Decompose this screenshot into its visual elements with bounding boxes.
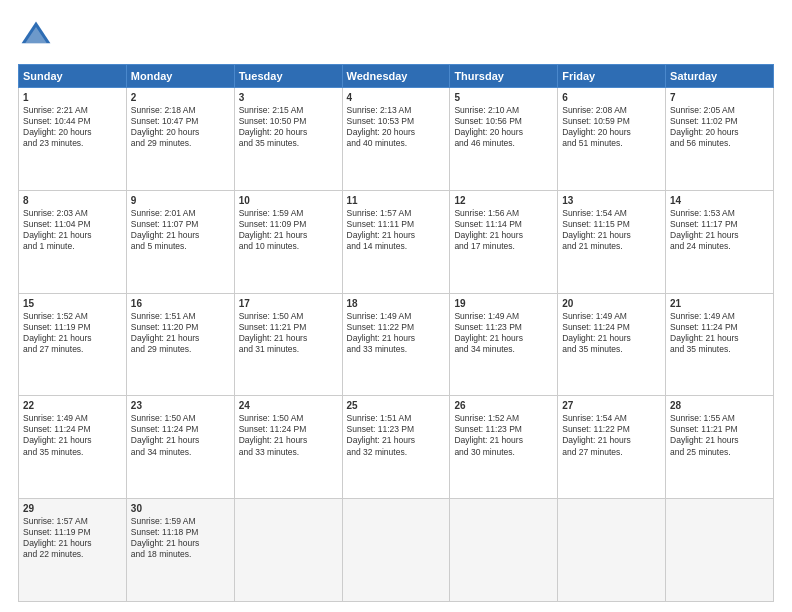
day-info: Sunrise: 1:49 AM [454, 311, 553, 322]
day-info: and 29 minutes. [131, 344, 230, 355]
calendar-cell: 25Sunrise: 1:51 AMSunset: 11:23 PMDaylig… [342, 396, 450, 499]
day-info: Sunrise: 1:50 AM [131, 413, 230, 424]
day-info: Daylight: 21 hours [131, 435, 230, 446]
calendar-cell: 24Sunrise: 1:50 AMSunset: 11:24 PMDaylig… [234, 396, 342, 499]
day-info: Sunrise: 1:59 AM [239, 208, 338, 219]
day-info: Daylight: 21 hours [23, 230, 122, 241]
calendar-cell: 15Sunrise: 1:52 AMSunset: 11:19 PMDaylig… [19, 293, 127, 396]
calendar-cell [342, 499, 450, 602]
calendar-cell: 19Sunrise: 1:49 AMSunset: 11:23 PMDaylig… [450, 293, 558, 396]
calendar-cell: 1Sunrise: 2:21 AMSunset: 10:44 PMDayligh… [19, 88, 127, 191]
day-info: Daylight: 21 hours [239, 230, 338, 241]
day-info: and 1 minute. [23, 241, 122, 252]
day-info: Daylight: 20 hours [239, 127, 338, 138]
day-info: Sunset: 10:44 PM [23, 116, 122, 127]
calendar-cell: 8Sunrise: 2:03 AMSunset: 11:04 PMDayligh… [19, 190, 127, 293]
day-info: Sunset: 11:18 PM [131, 527, 230, 538]
logo [18, 18, 58, 54]
day-info: and 27 minutes. [562, 447, 661, 458]
day-info: Daylight: 21 hours [23, 538, 122, 549]
day-info: Daylight: 21 hours [23, 333, 122, 344]
week-row: 29Sunrise: 1:57 AMSunset: 11:19 PMDaylig… [19, 499, 774, 602]
calendar-cell [558, 499, 666, 602]
day-info: Sunrise: 2:05 AM [670, 105, 769, 116]
day-info: and 25 minutes. [670, 447, 769, 458]
day-info: and 27 minutes. [23, 344, 122, 355]
day-info: and 10 minutes. [239, 241, 338, 252]
day-info: Daylight: 20 hours [454, 127, 553, 138]
day-info: and 21 minutes. [562, 241, 661, 252]
calendar-cell: 20Sunrise: 1:49 AMSunset: 11:24 PMDaylig… [558, 293, 666, 396]
day-info: Daylight: 21 hours [239, 333, 338, 344]
day-info: Daylight: 21 hours [347, 333, 446, 344]
calendar-cell: 29Sunrise: 1:57 AMSunset: 11:19 PMDaylig… [19, 499, 127, 602]
calendar-cell: 10Sunrise: 1:59 AMSunset: 11:09 PMDaylig… [234, 190, 342, 293]
day-number: 25 [347, 399, 446, 412]
day-info: Sunrise: 2:21 AM [23, 105, 122, 116]
day-number: 18 [347, 297, 446, 310]
day-number: 14 [670, 194, 769, 207]
header-day: Sunday [19, 65, 127, 88]
day-info: Sunset: 11:23 PM [454, 322, 553, 333]
day-info: and 14 minutes. [347, 241, 446, 252]
day-info: Sunrise: 1:56 AM [454, 208, 553, 219]
day-info: and 56 minutes. [670, 138, 769, 149]
day-info: Sunset: 10:53 PM [347, 116, 446, 127]
day-info: Sunset: 11:15 PM [562, 219, 661, 230]
logo-icon [18, 18, 54, 54]
day-info: and 35 minutes. [670, 344, 769, 355]
week-row: 22Sunrise: 1:49 AMSunset: 11:24 PMDaylig… [19, 396, 774, 499]
day-info: Sunset: 11:17 PM [670, 219, 769, 230]
calendar-cell: 27Sunrise: 1:54 AMSunset: 11:22 PMDaylig… [558, 396, 666, 499]
day-info: and 23 minutes. [23, 138, 122, 149]
day-info: Daylight: 21 hours [454, 230, 553, 241]
day-number: 22 [23, 399, 122, 412]
day-number: 8 [23, 194, 122, 207]
week-row: 1Sunrise: 2:21 AMSunset: 10:44 PMDayligh… [19, 88, 774, 191]
day-info: Sunset: 11:19 PM [23, 322, 122, 333]
day-number: 26 [454, 399, 553, 412]
day-info: Daylight: 21 hours [454, 333, 553, 344]
day-info: Sunset: 11:19 PM [23, 527, 122, 538]
calendar-table: SundayMondayTuesdayWednesdayThursdayFrid… [18, 64, 774, 602]
day-info: and 17 minutes. [454, 241, 553, 252]
day-number: 11 [347, 194, 446, 207]
day-info: Daylight: 21 hours [347, 230, 446, 241]
day-info: Daylight: 20 hours [347, 127, 446, 138]
day-number: 20 [562, 297, 661, 310]
day-info: Sunrise: 2:01 AM [131, 208, 230, 219]
day-info: Sunrise: 1:50 AM [239, 311, 338, 322]
calendar-cell: 3Sunrise: 2:15 AMSunset: 10:50 PMDayligh… [234, 88, 342, 191]
day-info: and 5 minutes. [131, 241, 230, 252]
day-info: Daylight: 21 hours [131, 333, 230, 344]
day-number: 3 [239, 91, 338, 104]
calendar-cell: 9Sunrise: 2:01 AMSunset: 11:07 PMDayligh… [126, 190, 234, 293]
day-info: Sunset: 11:24 PM [131, 424, 230, 435]
day-info: Sunset: 11:20 PM [131, 322, 230, 333]
day-info: and 22 minutes. [23, 549, 122, 560]
day-info: Sunset: 10:59 PM [562, 116, 661, 127]
calendar-cell: 21Sunrise: 1:49 AMSunset: 11:24 PMDaylig… [666, 293, 774, 396]
day-info: Sunrise: 1:51 AM [131, 311, 230, 322]
day-info: Daylight: 21 hours [131, 538, 230, 549]
week-row: 8Sunrise: 2:03 AMSunset: 11:04 PMDayligh… [19, 190, 774, 293]
day-info: Sunrise: 2:18 AM [131, 105, 230, 116]
day-info: Sunset: 11:11 PM [347, 219, 446, 230]
day-number: 12 [454, 194, 553, 207]
day-info: Sunset: 11:14 PM [454, 219, 553, 230]
day-info: and 30 minutes. [454, 447, 553, 458]
day-info: Daylight: 21 hours [562, 435, 661, 446]
day-info: Sunset: 11:24 PM [670, 322, 769, 333]
day-number: 4 [347, 91, 446, 104]
day-info: Sunrise: 2:10 AM [454, 105, 553, 116]
day-info: Sunset: 11:24 PM [23, 424, 122, 435]
day-number: 16 [131, 297, 230, 310]
day-info: Daylight: 21 hours [23, 435, 122, 446]
day-info: Sunrise: 1:50 AM [239, 413, 338, 424]
day-info: Sunset: 10:47 PM [131, 116, 230, 127]
day-info: Sunset: 11:02 PM [670, 116, 769, 127]
day-info: and 33 minutes. [347, 344, 446, 355]
day-info: Sunset: 10:56 PM [454, 116, 553, 127]
day-info: Daylight: 20 hours [562, 127, 661, 138]
day-info: Sunrise: 2:13 AM [347, 105, 446, 116]
